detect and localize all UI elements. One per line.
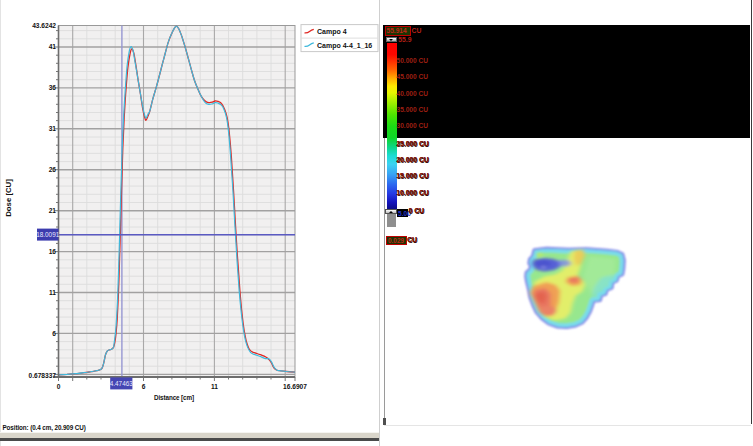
svg-text:16: 16	[49, 248, 57, 255]
svg-text:16.6907: 16.6907	[283, 383, 307, 390]
svg-text:Campo 4: Campo 4	[317, 28, 347, 36]
svg-text:Distance [cm]: Distance [cm]	[154, 394, 194, 402]
svg-text:6: 6	[142, 383, 146, 390]
svg-text:11: 11	[49, 289, 56, 296]
svg-text:4.47463: 4.47463	[110, 380, 134, 387]
svg-text:0.678337: 0.678337	[28, 372, 56, 379]
svg-text:41: 41	[49, 43, 57, 50]
svg-text:Dose [CU]: Dose [CU]	[4, 179, 13, 217]
svg-text:Campo 4-4_1_16: Campo 4-4_1_16	[317, 42, 372, 50]
svg-text:21: 21	[49, 207, 57, 214]
svg-text:6: 6	[52, 330, 56, 337]
svg-text:43.6242: 43.6242	[32, 22, 56, 29]
svg-text:18.0091: 18.0091	[36, 231, 60, 238]
svg-text:0: 0	[57, 383, 61, 390]
svg-text:26: 26	[49, 166, 57, 173]
svg-text:31: 31	[49, 125, 57, 132]
svg-text:36: 36	[49, 84, 57, 91]
svg-text:11: 11	[211, 383, 218, 390]
